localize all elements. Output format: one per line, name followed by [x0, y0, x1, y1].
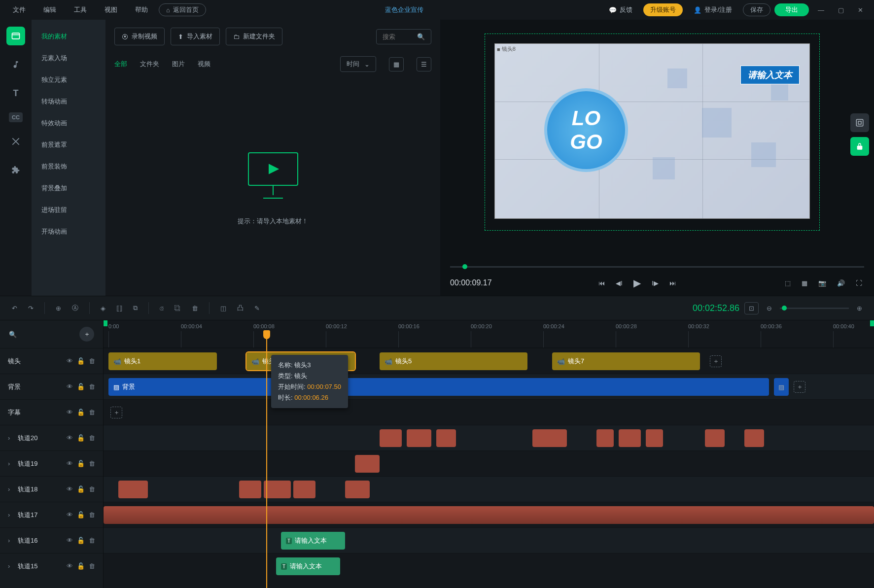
clip-audio[interactable] [646, 429, 663, 447]
timeline-ruler[interactable]: 0:0000:00:0400:00:0800:00:1200:00:1600:0… [104, 320, 874, 348]
split-button[interactable]: ⟦⟧ [113, 302, 125, 315]
delete-track[interactable]: 🗑 [89, 383, 95, 390]
menu-file[interactable]: 文件 [6, 3, 33, 16]
expand-icon[interactable]: › [8, 434, 14, 442]
clip-text[interactable]: T请输入文本 [281, 532, 345, 550]
fullscreen-button[interactable]: ⛶ [854, 277, 864, 289]
delete-track[interactable]: 🗑 [89, 537, 95, 544]
fit-button[interactable] [850, 113, 869, 132]
track-17[interactable] [104, 502, 874, 527]
cat-my-media[interactable]: 我的素材 [32, 26, 105, 47]
clip-audio[interactable] [532, 429, 567, 447]
clip-audio[interactable] [345, 481, 370, 498]
volume-button[interactable]: 🔊 [835, 277, 847, 289]
cat-item[interactable]: 转场动画 [32, 91, 105, 112]
search-timeline-icon[interactable]: 🔍 [9, 331, 17, 338]
delete-track[interactable]: 🗑 [89, 434, 95, 442]
visibility-toggle[interactable]: 👁 [67, 511, 73, 519]
visibility-toggle[interactable]: 👁 [67, 537, 73, 544]
visibility-toggle[interactable]: 👁 [67, 409, 73, 416]
clip-audio[interactable] [407, 429, 431, 447]
add-track-button[interactable]: ＋ [79, 327, 94, 342]
clip-shot[interactable]: 📹镜头1 [108, 352, 217, 370]
cat-item[interactable]: 开场动画 [32, 221, 105, 242]
expand-icon[interactable]: › [8, 511, 14, 519]
redo-button[interactable]: ↷ [25, 302, 36, 315]
auto-button[interactable]: Ⓐ [69, 301, 81, 315]
filter-all[interactable]: 全部 [114, 60, 127, 69]
delete-button[interactable]: 🗑 [189, 302, 201, 315]
delete-track[interactable]: 🗑 [89, 485, 95, 493]
search-box[interactable]: 🔍 [376, 29, 431, 44]
lock-button[interactable] [850, 137, 869, 156]
view-grid[interactable]: ▦ [389, 57, 404, 71]
preview-viewport[interactable]: LO GO 请输入文本 [494, 43, 810, 219]
delete-track[interactable]: 🗑 [89, 409, 95, 416]
visibility-toggle[interactable]: 👁 [67, 434, 73, 442]
add-marker[interactable]: ⊕ [53, 302, 64, 315]
snapshot-button[interactable]: 📷 [816, 277, 828, 289]
zoom-slider[interactable] [780, 308, 849, 309]
add-clip[interactable]: ＋ [710, 355, 722, 367]
sort-select[interactable]: 时间⌄ [340, 56, 376, 72]
goto-start[interactable]: ⏮ [596, 277, 607, 289]
clip-audio[interactable] [744, 429, 764, 447]
visibility-toggle[interactable]: 👁 [67, 562, 73, 570]
save-button[interactable]: 保存 [743, 3, 770, 16]
lock-toggle[interactable]: 🔓 [77, 409, 85, 416]
lock-toggle[interactable]: 🔓 [77, 434, 85, 442]
export-button[interactable]: 导出 [774, 3, 809, 16]
lock-toggle[interactable]: 🔓 [77, 537, 85, 544]
preview-scrubber[interactable] [440, 263, 874, 270]
track-15[interactable]: T请输入文本 [104, 553, 874, 579]
home-button[interactable]: ⌂ 返回首页 [159, 3, 206, 16]
track-16[interactable]: T请输入文本 [104, 527, 874, 553]
link-button[interactable]: ⧉ [130, 301, 140, 315]
cat-item[interactable]: 元素入场 [32, 47, 105, 69]
rail-text[interactable]: T [6, 84, 25, 103]
crop-button[interactable]: ⟃ [157, 302, 167, 315]
cat-item[interactable]: 背景叠加 [32, 177, 105, 199]
zoom-out[interactable]: ⊖ [764, 302, 775, 315]
visibility-toggle[interactable]: 👁 [67, 485, 73, 493]
visibility-toggle[interactable]: 👁 [67, 357, 73, 365]
expand-icon[interactable]: › [8, 562, 14, 570]
clip-audio[interactable] [705, 429, 725, 447]
delete-track[interactable]: 🗑 [89, 562, 95, 570]
cat-item[interactable]: 进场驻留 [32, 199, 105, 221]
zoom-in[interactable]: ⊕ [854, 302, 865, 315]
prev-frame[interactable]: ◀Ⅰ [614, 277, 625, 289]
filter-folder[interactable]: 文件夹 [140, 60, 159, 69]
in-marker[interactable] [104, 320, 107, 326]
lock-toggle[interactable]: 🔓 [77, 511, 85, 519]
import-button[interactable]: ⬆导入素材 [171, 28, 220, 45]
rail-effects[interactable] [6, 132, 25, 151]
rail-audio[interactable] [6, 55, 25, 74]
menu-help[interactable]: 帮助 [128, 3, 155, 16]
lock-toggle[interactable]: 🔓 [77, 357, 85, 365]
clip-text[interactable]: T请输入文本 [276, 557, 340, 575]
login-button[interactable]: 👤 登录/注册 [687, 3, 739, 16]
feedback-button[interactable]: 💬 反馈 [602, 3, 639, 16]
clip-shot[interactable]: 📹镜头5 [380, 352, 527, 370]
delete-track[interactable]: 🗑 [89, 511, 95, 519]
clip-audio[interactable] [264, 481, 291, 498]
delete-track[interactable]: 🗑 [89, 460, 95, 467]
clip-audio-long[interactable] [104, 506, 874, 524]
cat-item[interactable]: 特效动画 [32, 112, 105, 134]
visibility-toggle[interactable]: 👁 [67, 460, 73, 467]
maximize-button[interactable]: ▢ [833, 4, 849, 16]
expand-icon[interactable]: › [8, 485, 14, 493]
playhead[interactable] [266, 335, 267, 588]
next-frame[interactable]: Ⅰ▶ [650, 277, 661, 289]
menu-edit[interactable]: 编辑 [36, 3, 63, 16]
menu-view[interactable]: 视图 [98, 3, 124, 16]
text-placeholder[interactable]: 请输入文本 [740, 66, 800, 84]
expand-icon[interactable]: › [8, 460, 14, 467]
view-list[interactable]: ☰ [417, 57, 431, 71]
mask-button[interactable]: ◫ [217, 302, 229, 315]
expand-icon[interactable]: › [8, 537, 14, 544]
clip-audio[interactable] [293, 481, 315, 498]
clip-shot[interactable]: 📹镜头7 [552, 352, 700, 370]
lock-toggle[interactable]: 🔓 [77, 485, 85, 493]
